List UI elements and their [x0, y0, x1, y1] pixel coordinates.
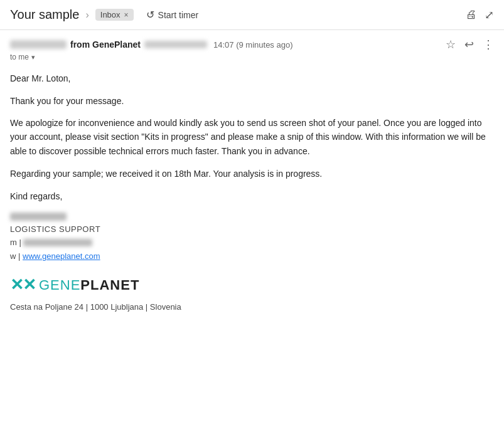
company-address: Cesta na Poljane 24 | 1000 Ljubljana | S…	[10, 301, 494, 314]
regards-block: Kind regards,	[10, 189, 494, 203]
greeting-block: Dear Mr. Loton,	[10, 71, 494, 85]
inbox-label: Inbox	[100, 10, 121, 19]
signature-block: LOGISTICS SUPPORT m | w | www.geneplanet…	[10, 213, 494, 263]
para1: Thank you for your message.	[10, 94, 494, 108]
phone-m-prefix: m |	[10, 238, 21, 247]
reply-icon[interactable]: ↩	[464, 38, 474, 51]
greeting: Dear Mr. Loton,	[10, 71, 494, 85]
inbox-badge[interactable]: Inbox ×	[95, 9, 134, 21]
body-paragraph-1: Thank you for your message. We apologize…	[10, 94, 494, 158]
to-row: to me ▾	[0, 51, 504, 66]
header-actions: 🖨 ⤢	[466, 8, 494, 22]
logo-wordmark: GENEPLANET	[39, 274, 139, 296]
sender-name-blurred	[10, 40, 67, 49]
print-icon[interactable]: 🖨	[466, 8, 477, 21]
timer-icon: ↺	[146, 9, 154, 21]
phone-row: m |	[10, 236, 494, 250]
website-w-prefix: w |	[10, 251, 20, 261]
inbox-close-button[interactable]: ×	[124, 11, 129, 19]
email-timestamp: 14:07 (9 minutes ago)	[213, 40, 292, 50]
logo-symbol: ✕✕	[10, 272, 35, 298]
email-meta-actions: ☆ ↩ ⋮	[446, 38, 494, 51]
sender-company: from GenePlanet	[70, 39, 141, 50]
para3: Regarding your sample; we received it on…	[10, 167, 494, 181]
geneplanet-logo: ✕✕ GENEPLANET	[10, 272, 494, 298]
email-meta-row: from GenePlanet 14:07 (9 minutes ago) ☆ …	[0, 30, 504, 51]
email-header: Your sample › Inbox × ↺ Start timer 🖨 ⤢	[0, 0, 504, 30]
email-subject: Your sample	[10, 8, 79, 22]
chevron-right-icon: ›	[85, 9, 88, 21]
logo-planet: PLANET	[80, 277, 139, 293]
logo-gene: GENE	[39, 277, 80, 293]
more-options-icon[interactable]: ⋮	[483, 38, 494, 51]
start-timer-button[interactable]: ↺ Start timer	[141, 6, 204, 23]
regards: Kind regards,	[10, 189, 494, 203]
para2: We apologize for inconvenience and would…	[10, 116, 494, 158]
phone-number-blurred	[23, 239, 92, 246]
email-body: Dear Mr. Loton, Thank you for your messa…	[0, 66, 504, 324]
to-label: to me	[10, 53, 29, 61]
start-timer-label: Start timer	[158, 10, 199, 20]
website-row: w | www.geneplanet.com	[10, 250, 494, 263]
sender-info: from GenePlanet 14:07 (9 minutes ago)	[10, 39, 293, 50]
expand-to-icon[interactable]: ▾	[31, 53, 35, 61]
star-icon[interactable]: ☆	[446, 38, 456, 51]
website-link[interactable]: www.geneplanet.com	[23, 251, 100, 261]
body-paragraph-3: Regarding your sample; we received it on…	[10, 167, 494, 181]
open-external-icon[interactable]: ⤢	[485, 8, 494, 22]
sender-email-blurred	[144, 41, 207, 48]
logistics-label: LOGISTICS SUPPORT	[10, 223, 494, 236]
signature-name-blurred	[10, 213, 67, 221]
